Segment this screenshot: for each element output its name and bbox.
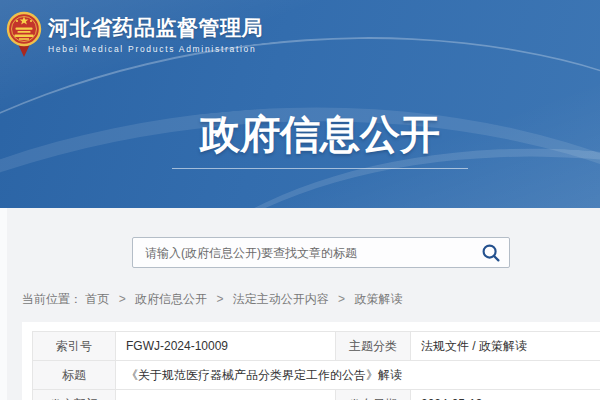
page: 河北省药品监督管理局 Hebei Medical Products Admini… [0,0,600,400]
subject-category-value: 法规文件 / 政策解读 [411,332,600,361]
breadcrumb-item-legal-disclosure[interactable]: 法定主动公开内容 [233,292,329,306]
publish-date-label: 发布日期 [336,390,411,400]
search-input[interactable] [133,238,485,267]
breadcrumb-item-home[interactable]: 首页 [85,292,109,306]
document-info-table: 索引号 FGWJ-2024-10009 主题分类 法规文件 / 政策解读 标题 … [32,331,600,400]
site-brand[interactable]: 河北省药品监督管理局 Hebei Medical Products Admini… [6,10,263,66]
breadcrumb-item-gov-info[interactable]: 政府信息公开 [135,292,207,306]
breadcrumb-prefix: 当前位置： [22,292,82,306]
site-name-en: Hebei Medical Products Administration [48,44,263,54]
document-info-card: 索引号 FGWJ-2024-10009 主题分类 法规文件 / 政策解读 标题 … [22,322,600,400]
breadcrumb-item-policy-interpretation: 政策解读 [354,292,402,306]
banner-underline [172,168,468,169]
title-label: 标题 [33,361,116,390]
breadcrumb-separator: > [119,292,126,306]
banner-title: 政府信息公开 [200,112,440,156]
china-national-emblem-icon [6,10,42,66]
title-value: 《关于规范医疗器械产品分类界定工作的公告》解读 [116,361,600,390]
search-box [132,237,510,268]
publish-date-value: 2024-05-13 [411,390,600,400]
table-row-index: 索引号 FGWJ-2024-10009 主题分类 法规文件 / 政策解读 [33,332,600,361]
subject-category-label: 主题分类 [336,332,411,361]
site-header: 河北省药品监督管理局 Hebei Medical Products Admini… [0,0,600,208]
index-number-label: 索引号 [33,332,116,361]
search-icon [481,243,501,263]
issuing-department-value [116,390,336,400]
breadcrumb-separator: > [216,292,223,306]
site-title-block: 河北省药品监督管理局 Hebei Medical Products Admini… [48,10,263,54]
search-button[interactable] [481,243,501,263]
issuing-department-label: 发文部门 [33,390,116,400]
site-name-zh: 河北省药品监督管理局 [48,16,263,40]
breadcrumb-separator: > [338,292,345,306]
table-row-department-date: 发文部门 发布日期 2024-05-13 [33,390,600,400]
left-margin-strip [0,208,7,400]
index-number-value: FGWJ-2024-10009 [116,332,336,361]
content-section: 当前位置： 首页 > 政府信息公开 > 法定主动公开内容 > 政策解读 索引号 … [0,208,600,400]
table-row-title: 标题 《关于规范医疗器械产品分类界定工作的公告》解读 [33,361,600,390]
breadcrumb: 当前位置： 首页 > 政府信息公开 > 法定主动公开内容 > 政策解读 [22,291,402,308]
